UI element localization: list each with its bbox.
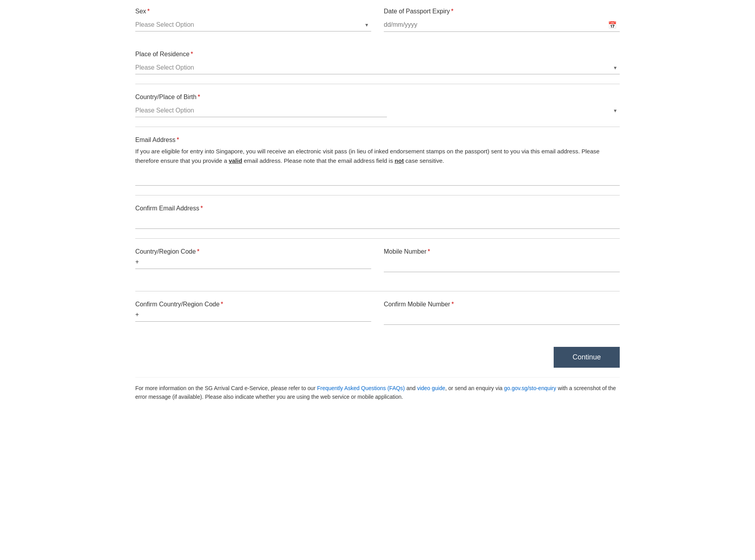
divider-4 (135, 238, 620, 239)
passport-expiry-date-wrapper: 📅 (384, 18, 620, 32)
place-of-residence-select-wrapper: Please Select Option ▾ (135, 61, 620, 74)
country-birth-label-text: Country/Place of Birth (135, 94, 197, 100)
sex-required-star: * (147, 8, 150, 15)
passport-expiry-group: Date of Passport Expiry* 📅 (384, 8, 620, 32)
sex-select[interactable]: Please Select Option Male Female (135, 18, 371, 31)
footer-text-after: , or send an enquiry via (445, 385, 504, 391)
country-birth-group: Country/Place of Birth* Please Select Op… (135, 94, 620, 117)
mobile-number-group: Mobile Number* (384, 248, 620, 272)
mobile-number-label-text: Mobile Number (384, 248, 426, 255)
faq-link[interactable]: Frequently Asked Questions (FAQs) (317, 385, 405, 391)
email-required-star: * (177, 136, 179, 143)
row-confirm-phone: Confirm Country/Region Code* + Confirm M… (135, 301, 620, 334)
country-code-input-wrapper: + (135, 258, 371, 269)
confirm-mobile-number-group: Confirm Mobile Number* (384, 301, 620, 325)
country-code-input[interactable] (140, 258, 371, 265)
sex-group: Sex* Please Select Option Male Female ▾ (135, 8, 371, 32)
footer-info: For more information on the SG Arrival C… (135, 377, 620, 402)
place-of-residence-required-star: * (191, 51, 193, 57)
confirm-email-required-star: * (201, 205, 203, 212)
divider-1 (135, 84, 620, 84)
divider-3 (135, 195, 620, 195)
mobile-number-required-star: * (427, 248, 430, 255)
video-guide-link[interactable]: video guide (417, 385, 446, 391)
confirm-country-code-required-star: * (221, 301, 223, 308)
confirm-email-label: Confirm Email Address* (135, 205, 620, 212)
email-address-label: Email Address* (135, 136, 620, 144)
confirm-mobile-number-input[interactable] (384, 311, 620, 325)
footer-text-between: and (405, 385, 417, 391)
row-sex-passport: Sex* Please Select Option Male Female ▾ … (135, 8, 620, 41)
confirm-country-code-group: Confirm Country/Region Code* + (135, 301, 371, 325)
button-row: Continue (135, 347, 620, 368)
confirm-country-code-plus-sign: + (135, 311, 139, 318)
confirm-country-code-input-wrapper: + (135, 311, 371, 322)
mobile-number-input[interactable] (384, 258, 620, 272)
place-of-residence-select[interactable]: Please Select Option (135, 61, 620, 74)
sex-label: Sex* (135, 8, 371, 15)
form-container: Sex* Please Select Option Male Female ▾ … (126, 0, 629, 409)
enquiry-link[interactable]: go.gov.sg/sto-enquiry (504, 385, 556, 391)
country-code-plus-sign: + (135, 258, 139, 265)
divider-2 (135, 127, 620, 127)
email-address-label-text: Email Address (135, 136, 175, 143)
confirm-country-code-label-text: Confirm Country/Region Code (135, 301, 219, 308)
place-of-residence-label: Place of Residence* (135, 51, 620, 58)
confirm-mobile-number-label-text: Confirm Mobile Number (384, 301, 450, 308)
footer-text-before-faq: For more information on the SG Arrival C… (135, 385, 317, 391)
country-birth-select-wrapper: Please Select Option ▾ (135, 104, 620, 117)
place-of-residence-group: Place of Residence* Please Select Option… (135, 51, 620, 74)
confirm-mobile-number-required-star: * (451, 301, 454, 308)
country-code-label-text: Country/Region Code (135, 248, 196, 255)
divider-5 (135, 291, 620, 291)
confirm-country-code-input[interactable] (140, 311, 371, 318)
country-birth-label: Country/Place of Birth* (135, 94, 620, 101)
sex-label-text: Sex (135, 8, 146, 15)
country-birth-chevron-down-icon: ▾ (614, 107, 617, 114)
passport-expiry-label-text: Date of Passport Expiry (384, 8, 450, 15)
country-birth-required-star: * (198, 94, 200, 100)
place-of-residence-label-text: Place of Residence (135, 51, 190, 57)
row-phone: Country/Region Code* + Mobile Number* (135, 248, 620, 282)
confirm-mobile-number-label: Confirm Mobile Number* (384, 301, 620, 308)
confirm-email-label-text: Confirm Email Address (135, 205, 199, 212)
email-address-input[interactable] (135, 172, 620, 186)
passport-expiry-input[interactable] (384, 18, 620, 32)
country-birth-select[interactable]: Please Select Option (135, 104, 387, 117)
country-code-required-star: * (197, 248, 199, 255)
calendar-icon: 📅 (608, 21, 617, 29)
country-code-group: Country/Region Code* + (135, 248, 371, 272)
sex-select-wrapper: Please Select Option Male Female ▾ (135, 18, 371, 31)
passport-expiry-label: Date of Passport Expiry* (384, 8, 620, 15)
email-address-group: Email Address* If you are eligible for e… (135, 136, 620, 186)
confirm-email-input[interactable] (135, 215, 620, 229)
country-code-label: Country/Region Code* (135, 248, 371, 255)
mobile-number-label: Mobile Number* (384, 248, 620, 255)
continue-button[interactable]: Continue (554, 347, 620, 368)
passport-expiry-required-star: * (451, 8, 453, 15)
confirm-email-group: Confirm Email Address* (135, 205, 620, 229)
email-notice-text: If you are eligible for entry into Singa… (135, 147, 620, 166)
confirm-country-code-label: Confirm Country/Region Code* (135, 301, 371, 308)
